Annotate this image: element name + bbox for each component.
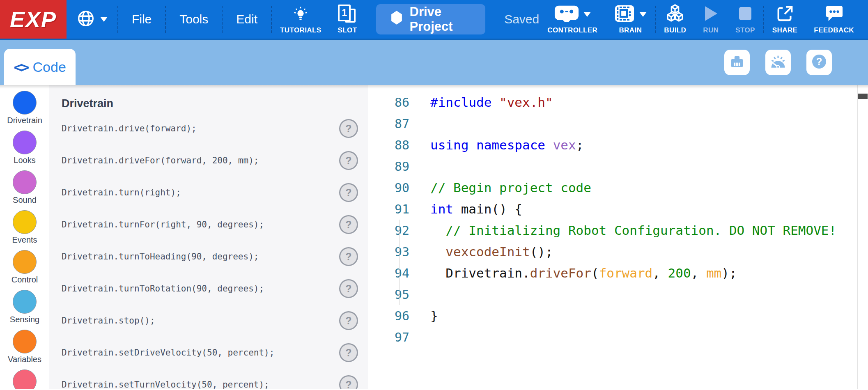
line-number: 90 xyxy=(368,181,409,195)
stop-button[interactable]: STOP xyxy=(727,0,763,39)
code-line: 88using namespace vex; xyxy=(368,134,868,156)
run-label: RUN xyxy=(703,26,719,34)
token-plain: , xyxy=(691,266,706,280)
code-line: 95 xyxy=(368,284,868,305)
command-help-button[interactable]: ? xyxy=(339,119,358,138)
tab-code[interactable]: <> Code xyxy=(4,49,76,85)
controller-label: CONTROLLER xyxy=(547,26,597,34)
sidebar-item-sound[interactable]: Sound xyxy=(0,170,49,205)
front-page-icon: 1 xyxy=(338,5,351,21)
band-buttons: ? xyxy=(724,50,832,75)
code-line: 94 Drivetrain.driveFor(forward, 200, mm)… xyxy=(368,262,868,284)
brain-button[interactable]: BRAIN xyxy=(606,0,655,39)
gauge-icon xyxy=(769,53,787,72)
vexcode-exp-logo: EXP xyxy=(0,0,67,39)
line-number: 94 xyxy=(368,266,409,280)
scrollbar-track xyxy=(857,85,858,389)
category-circle-icon xyxy=(13,250,37,274)
command-help-button[interactable]: ? xyxy=(339,247,358,266)
command-item[interactable]: Drivetrain.setTurnVelocity(50, percent);… xyxy=(49,369,368,389)
menu-item-edit[interactable]: Edit xyxy=(223,0,271,39)
scrollbar-thumb[interactable] xyxy=(858,94,868,99)
cubes-icon xyxy=(664,4,686,25)
command-text: Drivetrain.turn(right); xyxy=(62,188,339,197)
help-button[interactable]: ? xyxy=(806,50,832,75)
line-number: 89 xyxy=(368,159,409,174)
category-label: Control xyxy=(11,275,38,284)
command-help-button[interactable]: ? xyxy=(339,183,358,202)
menu-bar-left: FileToolsEdit xyxy=(67,0,272,39)
chevron-down-icon xyxy=(639,12,647,17)
top-menu-bar: EXP FileToolsEdit xyxy=(0,0,868,40)
code-line: 97 xyxy=(368,326,868,348)
dashboard-button[interactable] xyxy=(765,50,791,75)
main-content: DrivetrainLooksSoundEventsControlSensing… xyxy=(0,85,868,389)
command-item[interactable]: Drivetrain.setDriveVelocity(50, percent)… xyxy=(49,337,368,369)
token-fn: driveFor xyxy=(530,266,591,280)
sidebar-item-control[interactable]: Control xyxy=(0,250,49,284)
menu-item-file[interactable]: File xyxy=(118,0,165,39)
tab-band: <> Code xyxy=(0,40,868,85)
command-item[interactable]: Drivetrain.turnFor(right, 90, degrees);? xyxy=(49,209,368,241)
category-circle-icon xyxy=(13,290,37,314)
tutorials-button[interactable]: TUTORIALS xyxy=(272,0,330,39)
command-help-button[interactable]: ? xyxy=(339,375,358,389)
controller-button[interactable]: CONTROLLER xyxy=(539,0,606,39)
token-plain xyxy=(491,95,499,110)
line-number: 88 xyxy=(368,138,409,152)
token-kw: int xyxy=(430,202,453,216)
command-text: Drivetrain.turnToRotation(90, degrees); xyxy=(62,284,339,294)
code-text: int main() { xyxy=(430,202,522,216)
command-item[interactable]: Drivetrain.turnToRotation(90, degrees);? xyxy=(49,273,368,305)
sidebar-item-partial[interactable] xyxy=(0,369,49,389)
feedback-button[interactable]: FEEDBACK xyxy=(806,0,862,39)
slot-button[interactable]: 1 SLOT xyxy=(330,0,365,39)
token-cst: mm xyxy=(706,266,721,280)
sidebar-item-events[interactable]: Events xyxy=(0,210,49,245)
device-port-icon xyxy=(728,53,746,72)
category-circle-icon xyxy=(13,91,37,115)
build-button[interactable]: BUILD xyxy=(656,0,694,39)
command-item[interactable]: Drivetrain.turn(right);? xyxy=(49,177,368,209)
sidebar-item-looks[interactable]: Looks xyxy=(0,131,49,165)
palette-header: Drivetrain xyxy=(62,97,368,110)
code-line: 89 xyxy=(368,156,868,177)
command-help-button[interactable]: ? xyxy=(339,151,358,170)
command-item[interactable]: Drivetrain.stop();? xyxy=(49,305,368,337)
code-line: 86#include "vex.h" xyxy=(368,92,868,113)
token-com: // Begin project code xyxy=(430,180,591,195)
share-button[interactable]: SHARE xyxy=(764,0,806,39)
code-line: 93 vexcodeInit(); xyxy=(368,241,868,262)
devices-button[interactable] xyxy=(724,50,750,75)
command-item[interactable]: Drivetrain.drive(forward);? xyxy=(49,112,368,145)
controller-icon xyxy=(554,5,579,24)
command-help-button[interactable]: ? xyxy=(339,215,358,234)
language-selector[interactable] xyxy=(67,0,117,39)
command-help-button[interactable]: ? xyxy=(339,343,358,362)
command-help-button[interactable]: ? xyxy=(339,311,358,330)
code-text: #include "vex.h" xyxy=(430,95,553,110)
token-com: // Initializing Robot Configuration. DO … xyxy=(445,223,836,238)
category-label: Variables xyxy=(8,355,41,364)
code-brackets-icon: <> xyxy=(14,59,27,76)
token-kw: using xyxy=(430,138,468,152)
token-plain: ; xyxy=(576,138,584,152)
token-plain: (); xyxy=(530,244,553,259)
sidebar-item-sensing[interactable]: Sensing xyxy=(0,290,49,324)
project-name-button[interactable]: Drive Project xyxy=(376,4,486,34)
line-number: 96 xyxy=(368,309,409,323)
code-text: Drivetrain.driveFor(forward, 200, mm); xyxy=(430,266,737,280)
command-item[interactable]: Drivetrain.turnToHeading(90, degrees);? xyxy=(49,241,368,273)
code-editor[interactable]: 86#include "vex.h"8788using namespace ve… xyxy=(368,85,868,389)
token-plain: ); xyxy=(721,266,737,280)
command-text: Drivetrain.turnFor(right, 90, degrees); xyxy=(62,220,339,229)
slot-icon: 1 xyxy=(338,5,357,24)
sidebar-item-drivetrain[interactable]: Drivetrain xyxy=(0,91,49,125)
command-help-button[interactable]: ? xyxy=(339,279,358,298)
run-button[interactable]: RUN xyxy=(694,0,727,39)
command-list: Drivetrain.drive(forward);?Drivetrain.dr… xyxy=(49,112,368,389)
command-item[interactable]: Drivetrain.driveFor(forward, 200, mm);? xyxy=(49,145,368,177)
command-text: Drivetrain.drive(forward); xyxy=(62,124,339,133)
menu-item-tools[interactable]: Tools xyxy=(166,0,222,39)
sidebar-item-variables[interactable]: Variables xyxy=(0,330,49,364)
